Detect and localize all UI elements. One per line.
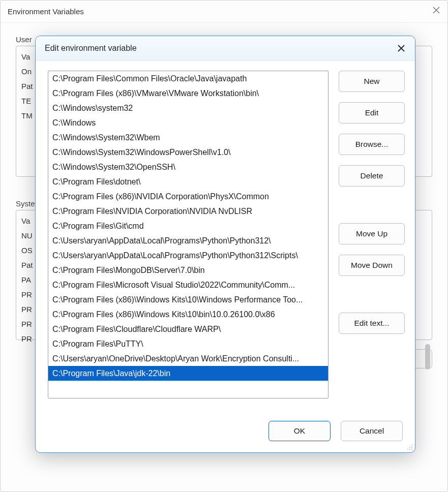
- path-entry[interactable]: C:\Program Files (x86)\Windows Kits\10\b…: [48, 307, 328, 322]
- path-entry[interactable]: C:\Program Files\NVIDIA Corporation\NVID…: [48, 204, 328, 219]
- ok-button[interactable]: OK: [268, 421, 331, 441]
- path-entry[interactable]: C:\Users\aryan\AppData\Local\Programs\Py…: [48, 248, 328, 263]
- svg-point-2: [411, 447, 412, 448]
- path-entry[interactable]: C:\Program Files\Common Files\Oracle\Jav…: [48, 71, 328, 86]
- move-down-button[interactable]: Move Down: [339, 255, 405, 276]
- path-entry[interactable]: C:\Users\aryan\OneDrive\Desktop\Aryan Wo…: [48, 351, 328, 366]
- svg-point-0: [411, 445, 412, 446]
- path-entries-list[interactable]: C:\Program Files\Common Files\Oracle\Jav…: [48, 71, 328, 398]
- path-entry[interactable]: C:\Windows\System32\WindowsPowerShell\v1…: [48, 145, 328, 160]
- svg-point-5: [411, 449, 412, 450]
- resize-grip-icon[interactable]: [406, 443, 413, 450]
- cancel-button[interactable]: Cancel: [341, 421, 403, 441]
- path-entry[interactable]: C:\Windows: [48, 115, 328, 130]
- edit-button[interactable]: Edit: [339, 102, 405, 124]
- close-icon[interactable]: [397, 44, 406, 53]
- path-entry[interactable]: C:\Program Files (x86)\NVIDIA Corporatio…: [48, 189, 328, 204]
- scrollbar[interactable]: [425, 344, 430, 370]
- path-entry[interactable]: C:\Program Files\Git\cmd: [48, 219, 328, 233]
- move-up-button[interactable]: Move Up: [339, 223, 405, 244]
- bg-title: Environment Variables: [8, 7, 84, 16]
- svg-point-3: [407, 449, 408, 450]
- edit-text-button[interactable]: Edit text...: [339, 313, 405, 334]
- svg-point-4: [409, 449, 410, 450]
- path-entry[interactable]: C:\Windows\system32: [48, 101, 328, 115]
- path-entry[interactable]: C:\Program Files\dotnet\: [48, 174, 328, 189]
- path-entry[interactable]: C:\Program Files\Cloudflare\Cloudflare W…: [48, 322, 328, 336]
- new-button[interactable]: New: [339, 71, 405, 92]
- path-entry[interactable]: C:\Program Files (x86)\VMware\VMware Wor…: [48, 86, 328, 101]
- bg-titlebar: Environment Variables: [1, 1, 447, 23]
- path-entry[interactable]: C:\Program Files\PuTTY\: [48, 336, 328, 351]
- path-entry[interactable]: C:\Windows\System32\Wbem: [48, 130, 328, 145]
- path-entry[interactable]: C:\Users\aryan\AppData\Local\Programs\Py…: [48, 233, 328, 248]
- path-entry[interactable]: C:\Program Files\Java\jdk-22\bin: [48, 366, 328, 381]
- path-entry[interactable]: C:\Program Files\Microsoft Visual Studio…: [48, 278, 328, 292]
- edit-environment-variable-dialog: Edit environment variable C:\Program Fil…: [35, 36, 415, 453]
- modal-title: Edit environment variable: [45, 44, 137, 53]
- svg-point-1: [409, 447, 410, 448]
- modal-titlebar: Edit environment variable: [36, 36, 415, 60]
- close-icon[interactable]: [432, 6, 440, 17]
- delete-button[interactable]: Delete: [339, 165, 405, 187]
- side-button-column: New Edit Browse... Delete Move Up Move D…: [339, 71, 405, 412]
- path-entry[interactable]: C:\Windows\System32\OpenSSH\: [48, 160, 328, 174]
- path-entry[interactable]: C:\Program Files\MongoDB\Server\7.0\bin: [48, 263, 328, 278]
- path-entry[interactable]: C:\Program Files (x86)\Windows Kits\10\W…: [48, 292, 328, 307]
- browse-button[interactable]: Browse...: [339, 134, 405, 155]
